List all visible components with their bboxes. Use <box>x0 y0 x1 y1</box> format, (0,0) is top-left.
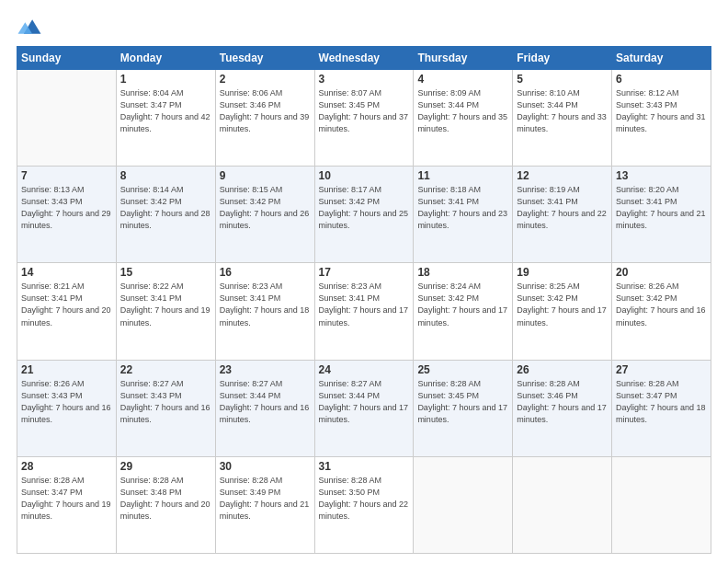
day-cell: 19Sunrise: 8:25 AMSunset: 3:42 PMDayligh… <box>513 263 612 360</box>
day-info: Sunrise: 8:20 AMSunset: 3:41 PMDaylight:… <box>616 184 707 232</box>
day-cell: 8Sunrise: 8:14 AMSunset: 3:42 PMDaylight… <box>116 167 215 263</box>
day-number: 24 <box>319 363 410 376</box>
day-cell: 25Sunrise: 8:28 AMSunset: 3:45 PMDayligh… <box>414 360 513 456</box>
day-number: 11 <box>417 169 508 182</box>
day-info: Sunrise: 8:23 AMSunset: 3:41 PMDaylight:… <box>220 281 311 328</box>
header <box>17 17 711 37</box>
day-cell: 10Sunrise: 8:17 AMSunset: 3:42 PMDayligh… <box>314 167 414 263</box>
day-info: Sunrise: 8:07 AMSunset: 3:45 PMDaylight:… <box>319 87 410 135</box>
col-header-wednesday: Wednesday <box>314 47 414 70</box>
day-number: 17 <box>319 266 410 279</box>
day-info: Sunrise: 8:26 AMSunset: 3:43 PMDaylight:… <box>21 378 112 426</box>
header-row: SundayMondayTuesdayWednesdayThursdayFrid… <box>17 47 711 70</box>
day-number: 23 <box>220 363 311 376</box>
day-info: Sunrise: 8:12 AMSunset: 3:43 PMDaylight:… <box>616 87 707 135</box>
day-number: 15 <box>120 266 211 279</box>
day-cell: 11Sunrise: 8:18 AMSunset: 3:41 PMDayligh… <box>414 167 513 263</box>
day-info: Sunrise: 8:27 AMSunset: 3:44 PMDaylight:… <box>220 378 311 426</box>
day-number: 10 <box>319 169 410 182</box>
day-number: 20 <box>616 266 707 279</box>
day-info: Sunrise: 8:26 AMSunset: 3:42 PMDaylight:… <box>616 281 707 328</box>
col-header-friday: Friday <box>513 47 612 70</box>
day-cell: 12Sunrise: 8:19 AMSunset: 3:41 PMDayligh… <box>513 167 612 263</box>
day-number: 1 <box>120 73 211 86</box>
day-cell: 14Sunrise: 8:21 AMSunset: 3:41 PMDayligh… <box>17 263 117 360</box>
day-info: Sunrise: 8:25 AMSunset: 3:42 PMDaylight:… <box>517 281 608 328</box>
day-number: 18 <box>417 266 508 279</box>
day-number: 5 <box>517 73 608 86</box>
day-cell <box>612 456 711 553</box>
day-number: 4 <box>417 73 508 86</box>
day-info: Sunrise: 8:14 AMSunset: 3:42 PMDaylight:… <box>120 184 211 232</box>
week-row-3: 14Sunrise: 8:21 AMSunset: 3:41 PMDayligh… <box>17 263 711 360</box>
day-info: Sunrise: 8:04 AMSunset: 3:47 PMDaylight:… <box>120 87 211 135</box>
day-cell: 30Sunrise: 8:28 AMSunset: 3:49 PMDayligh… <box>215 456 314 553</box>
day-info: Sunrise: 8:28 AMSunset: 3:47 PMDaylight:… <box>616 378 707 426</box>
day-info: Sunrise: 8:28 AMSunset: 3:50 PMDaylight:… <box>319 475 410 523</box>
day-info: Sunrise: 8:27 AMSunset: 3:44 PMDaylight:… <box>319 378 410 426</box>
day-cell: 28Sunrise: 8:28 AMSunset: 3:47 PMDayligh… <box>17 456 117 553</box>
day-info: Sunrise: 8:28 AMSunset: 3:48 PMDaylight:… <box>120 475 211 523</box>
week-row-2: 7Sunrise: 8:13 AMSunset: 3:43 PMDaylight… <box>17 167 711 263</box>
day-number: 30 <box>220 460 311 473</box>
day-cell: 9Sunrise: 8:15 AMSunset: 3:42 PMDaylight… <box>215 167 314 263</box>
day-cell: 2Sunrise: 8:06 AMSunset: 3:46 PMDaylight… <box>215 70 314 167</box>
day-number: 25 <box>417 363 508 376</box>
day-info: Sunrise: 8:22 AMSunset: 3:41 PMDaylight:… <box>120 281 211 328</box>
day-info: Sunrise: 8:09 AMSunset: 3:44 PMDaylight:… <box>417 87 508 135</box>
day-cell: 20Sunrise: 8:26 AMSunset: 3:42 PMDayligh… <box>612 263 711 360</box>
day-cell: 3Sunrise: 8:07 AMSunset: 3:45 PMDaylight… <box>314 70 414 167</box>
day-cell: 22Sunrise: 8:27 AMSunset: 3:43 PMDayligh… <box>116 360 215 456</box>
day-number: 3 <box>319 73 410 86</box>
day-info: Sunrise: 8:27 AMSunset: 3:43 PMDaylight:… <box>120 378 211 426</box>
calendar-table: SundayMondayTuesdayWednesdayThursdayFrid… <box>17 46 711 554</box>
day-cell <box>17 70 117 167</box>
day-cell: 1Sunrise: 8:04 AMSunset: 3:47 PMDaylight… <box>116 70 215 167</box>
day-cell: 5Sunrise: 8:10 AMSunset: 3:44 PMDaylight… <box>513 70 612 167</box>
week-row-5: 28Sunrise: 8:28 AMSunset: 3:47 PMDayligh… <box>17 456 711 553</box>
day-cell: 15Sunrise: 8:22 AMSunset: 3:41 PMDayligh… <box>116 263 215 360</box>
day-number: 12 <box>517 169 608 182</box>
col-header-sunday: Sunday <box>17 47 117 70</box>
day-cell: 7Sunrise: 8:13 AMSunset: 3:43 PMDaylight… <box>17 167 117 263</box>
col-header-thursday: Thursday <box>414 47 513 70</box>
day-number: 19 <box>517 266 608 279</box>
logo-icon <box>17 17 42 37</box>
day-number: 26 <box>517 363 608 376</box>
col-header-tuesday: Tuesday <box>215 47 314 70</box>
day-number: 13 <box>616 169 707 182</box>
day-number: 28 <box>21 460 112 473</box>
day-number: 2 <box>220 73 311 86</box>
day-info: Sunrise: 8:28 AMSunset: 3:46 PMDaylight:… <box>517 378 608 426</box>
day-cell: 6Sunrise: 8:12 AMSunset: 3:43 PMDaylight… <box>612 70 711 167</box>
day-info: Sunrise: 8:17 AMSunset: 3:42 PMDaylight:… <box>319 184 410 232</box>
day-info: Sunrise: 8:21 AMSunset: 3:41 PMDaylight:… <box>21 281 112 328</box>
week-row-1: 1Sunrise: 8:04 AMSunset: 3:47 PMDaylight… <box>17 70 711 167</box>
col-header-monday: Monday <box>116 47 215 70</box>
day-info: Sunrise: 8:23 AMSunset: 3:41 PMDaylight:… <box>319 281 410 328</box>
day-number: 9 <box>220 169 311 182</box>
day-info: Sunrise: 8:28 AMSunset: 3:45 PMDaylight:… <box>417 378 508 426</box>
day-info: Sunrise: 8:15 AMSunset: 3:42 PMDaylight:… <box>220 184 311 232</box>
day-cell: 26Sunrise: 8:28 AMSunset: 3:46 PMDayligh… <box>513 360 612 456</box>
day-number: 14 <box>21 266 112 279</box>
day-cell: 18Sunrise: 8:24 AMSunset: 3:42 PMDayligh… <box>414 263 513 360</box>
day-number: 31 <box>319 460 410 473</box>
day-info: Sunrise: 8:06 AMSunset: 3:46 PMDaylight:… <box>220 87 311 135</box>
week-row-4: 21Sunrise: 8:26 AMSunset: 3:43 PMDayligh… <box>17 360 711 456</box>
day-info: Sunrise: 8:13 AMSunset: 3:43 PMDaylight:… <box>21 184 112 232</box>
day-cell: 21Sunrise: 8:26 AMSunset: 3:43 PMDayligh… <box>17 360 117 456</box>
day-info: Sunrise: 8:28 AMSunset: 3:47 PMDaylight:… <box>21 475 112 523</box>
day-cell: 4Sunrise: 8:09 AMSunset: 3:44 PMDaylight… <box>414 70 513 167</box>
day-info: Sunrise: 8:19 AMSunset: 3:41 PMDaylight:… <box>517 184 608 232</box>
day-cell: 23Sunrise: 8:27 AMSunset: 3:44 PMDayligh… <box>215 360 314 456</box>
day-number: 7 <box>21 169 112 182</box>
day-number: 6 <box>616 73 707 86</box>
day-number: 22 <box>120 363 211 376</box>
day-number: 8 <box>120 169 211 182</box>
day-cell <box>513 456 612 553</box>
day-cell: 13Sunrise: 8:20 AMSunset: 3:41 PMDayligh… <box>612 167 711 263</box>
day-cell: 27Sunrise: 8:28 AMSunset: 3:47 PMDayligh… <box>612 360 711 456</box>
day-cell: 31Sunrise: 8:28 AMSunset: 3:50 PMDayligh… <box>314 456 414 553</box>
day-number: 16 <box>220 266 311 279</box>
